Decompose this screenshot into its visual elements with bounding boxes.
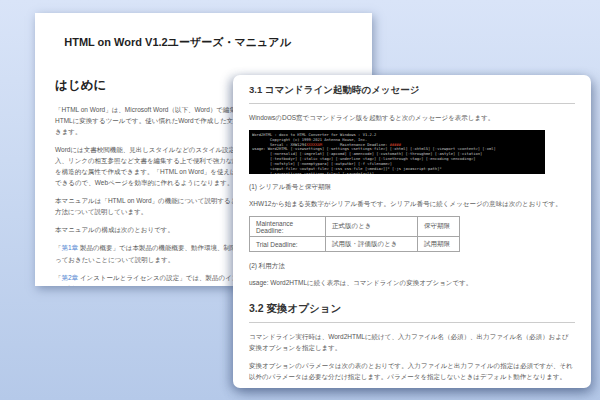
serial-highlight: XXXXXAM: [306, 142, 322, 147]
manual-content-page: 3.1 コマンドライン起動時のメッセージ WindowsのDOS窓でコマンドライ…: [233, 75, 591, 388]
deadline-highlight: #####: [390, 142, 401, 147]
section-3-1-heading: 3.1 コマンドライン起動時のメッセージ: [249, 84, 575, 104]
note-1-body: XHW12から始まる英数字がシリアル番号です。シリアル番号に続くメッセージの意味…: [249, 198, 575, 209]
deadline-table-row: Maintenance Deadline: 正式版のとき 保守期限: [250, 217, 460, 237]
chapter-link[interactable]: 第2章: [62, 274, 79, 281]
section-3-2-heading: 3.2 変換オプション: [249, 302, 575, 323]
deadline-table: Maintenance Deadline: 正式版のとき 保守期限 Trial …: [249, 216, 460, 252]
chapter-link[interactable]: 第1章: [62, 244, 79, 251]
console-usage-line: [-savesettings <settings-file>] [-savede…: [252, 171, 542, 174]
deadline-meaning-cell: 保守期限: [418, 217, 460, 237]
section-3-1-intro: WindowsのDOS窓でコマンドライン版を起動すると次のメッセージを表示します…: [249, 112, 575, 123]
deadline-meaning-cell: 試用期限: [418, 237, 460, 252]
deadline-table-row: Trial Deadline: 試用版・評価版のとき 試用期限: [250, 237, 460, 252]
section-3-2-paragraph-1: コマンドライン実行時は、Word2HTMLに続けて、入力ファイル名（必須）、出力…: [249, 331, 575, 353]
section-3-2-paragraph-2: 変換オプションのパラメータは次の表のとおりです。入力ファイルと出力ファイルの指定…: [249, 360, 575, 382]
deadline-condition-cell: 正式版のとき: [326, 217, 418, 237]
desktop-background: HTML on Word V1.2ユーザーズ・マニュアル はじめに 「HTML …: [0, 0, 600, 400]
note-2-body: usage: Word2HTMLに続く表示は、コマンドラインの変換オプションです…: [249, 277, 575, 288]
console-text: Word2HTML : docx to HTML Converter for W…: [252, 132, 542, 174]
note-1-title: (1) シリアル番号と保守期限: [249, 183, 575, 192]
deadline-label-cell: Maintenance Deadline:: [250, 217, 326, 237]
console-screenshot: Word2HTML : docx to HTML Converter for W…: [249, 130, 545, 174]
deadline-condition-cell: 試用版・評価版のとき: [326, 237, 418, 252]
deadline-label-cell: Trial Deadline:: [250, 237, 326, 252]
manual-title: HTML on Word V1.2ユーザーズ・マニュアル: [55, 35, 300, 50]
note-2-title: (2) 利用方法: [249, 262, 575, 271]
